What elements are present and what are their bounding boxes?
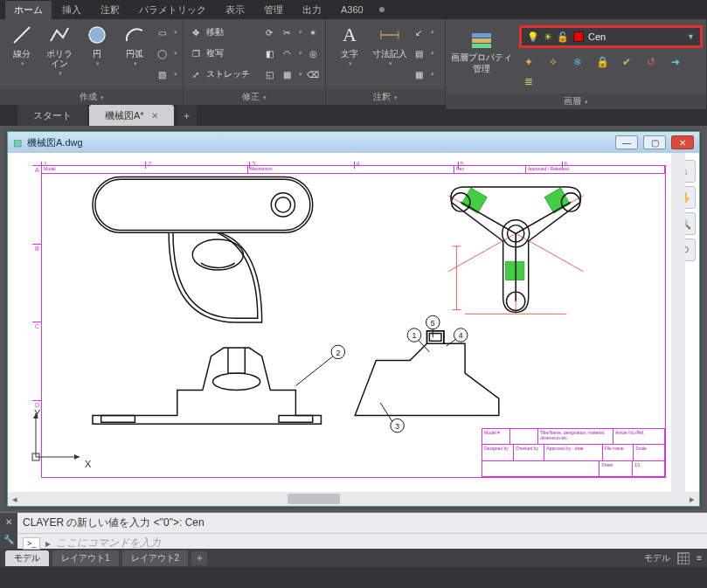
drawing-window-titlebar[interactable]: ▧ 機械図A.dwg — ▢ ✕ (8, 132, 699, 153)
menu-overflow-icon[interactable] (379, 7, 385, 12)
text-icon: A (337, 23, 362, 47)
menu-tab-parametric[interactable]: パラメトリック (130, 1, 215, 19)
layer-isolate-button[interactable]: ✧ (545, 54, 561, 70)
status-model-label[interactable]: モデル (644, 552, 670, 564)
menu-tab-view[interactable]: 表示 (217, 1, 253, 19)
stretch-label: ストレッチ (206, 68, 250, 80)
offset-button[interactable]: ◎ (306, 44, 320, 63)
line-button[interactable]: 線分 (5, 23, 39, 67)
array-icon: ▦ (280, 67, 294, 81)
status-grid-icon[interactable] (677, 552, 690, 564)
layer-freeze-icon: ☀ (544, 31, 552, 43)
window-maximize-button[interactable]: ▢ (643, 135, 666, 149)
rectangle-icon: ▭ (155, 25, 169, 39)
leader-button[interactable]: ↙ (412, 23, 434, 42)
canvas-viewport: Model Mechanism Rev Approved / Released … (8, 153, 699, 492)
layer-on-icon: 💡 (527, 31, 539, 43)
cmdline-close-icon[interactable]: ✕ (5, 517, 12, 527)
copy-button[interactable]: ❐複写 (189, 44, 259, 63)
doc-tab-add[interactable]: ＋ (177, 105, 197, 126)
layer-freeze-button[interactable]: ❄ (570, 54, 586, 70)
close-icon[interactable]: ✕ (151, 111, 158, 121)
text-button[interactable]: A 文字 (331, 23, 368, 67)
drawing-window: ▧ 機械図A.dwg — ▢ ✕ Model Mechanism Rev App… (7, 131, 700, 507)
dimension-button[interactable]: 寸法記入 (371, 23, 408, 67)
status-menu-icon[interactable]: ≡ (697, 553, 702, 563)
copy-label: 複写 (206, 47, 224, 59)
dimension-label: 寸法記入 (372, 49, 407, 59)
command-history: CLAYER の新しい値を入力 <"0">: Cen (17, 513, 707, 533)
move-button[interactable]: ✥移動 (189, 23, 259, 42)
tick-v-a: A (35, 167, 39, 173)
tick-h-3: 3 (252, 161, 255, 167)
drawing-window-title: 機械図A.dwg (27, 136, 83, 149)
fillet-button[interactable]: ◠ (280, 44, 302, 63)
command-input[interactable]: ここにコマンドを入力 (56, 536, 161, 550)
copy-icon: ❐ (189, 46, 203, 60)
menu-tab-home[interactable]: ホーム (5, 1, 52, 19)
explode-button[interactable]: ✴ (306, 23, 320, 42)
layout-tab-1[interactable]: レイアウト1 (52, 550, 119, 566)
horizontal-scrollbar[interactable]: ◂ ▸ (8, 492, 699, 506)
layout-tab-2[interactable]: レイアウト2 (122, 550, 189, 566)
layer-prev-button[interactable]: ↺ (643, 54, 659, 70)
dimension-icon (378, 23, 402, 47)
window-close-button[interactable]: ✕ (671, 135, 694, 149)
panel-layers-label[interactable]: 画層 (446, 93, 706, 109)
mirror-button[interactable]: ◧ (262, 44, 276, 63)
layer-lock-button[interactable]: 🔒 (594, 54, 610, 70)
move-icon: ✥ (189, 25, 203, 39)
layer-state-button[interactable]: ≣ (521, 73, 537, 89)
panel-modify-label[interactable]: 修正 (184, 89, 325, 105)
layer-match-button[interactable]: ✔ (619, 54, 634, 70)
layout-tab-model[interactable]: モデル (5, 550, 49, 566)
trim-button[interactable]: ✂ (280, 23, 302, 42)
polyline-button[interactable]: ポリライン (43, 23, 77, 77)
arc-icon (122, 23, 147, 47)
menu-tab-manage[interactable]: 管理 (255, 1, 292, 19)
ellipse-button[interactable]: ◯ (155, 44, 177, 63)
circle-label: 円 (93, 49, 101, 59)
circle-icon (85, 23, 109, 47)
hatch-button[interactable]: ▧ (155, 65, 177, 84)
doc-tab-start[interactable]: スタート (17, 105, 87, 126)
layer-walk-button[interactable]: ➜ (668, 54, 683, 70)
vertical-scrollbar[interactable] (671, 153, 685, 492)
drawing-canvas[interactable]: Model Mechanism Rev Approved / Released … (22, 162, 671, 483)
scale-button[interactable]: ◱ (262, 65, 276, 84)
arc-button[interactable]: 円弧 (117, 23, 151, 67)
tb-r2c2: Checked by (514, 445, 545, 460)
ruler-top: 1 2 3 4 5 6 (41, 162, 666, 169)
doc-tab-active[interactable]: 機械図A* ✕ (89, 105, 174, 126)
command-input-row[interactable]: >_ ▸ ここにコマンドを入力 (17, 533, 707, 552)
menu-tab-insert[interactable]: 挿入 (53, 1, 90, 19)
scroll-thumb[interactable] (288, 494, 340, 504)
menu-tab-annotate[interactable]: 注釈 (92, 1, 128, 19)
rotate-button[interactable]: ⟳ (262, 23, 276, 42)
window-minimize-button[interactable]: — (615, 135, 638, 149)
erase-button[interactable]: ⌫ (306, 65, 320, 84)
table-button[interactable]: ▤ (412, 44, 434, 63)
circle-button[interactable]: 円 (80, 23, 114, 67)
panel-annotation-label[interactable]: 注釈 (326, 89, 445, 105)
array-button[interactable]: ▦ (280, 65, 302, 84)
menu-tab-output[interactable]: 出力 (294, 1, 330, 19)
work-area: ▧ 機械図A.dwg — ▢ ✕ Model Mechanism Rev App… (0, 126, 707, 512)
scroll-right-button[interactable]: ▸ (685, 492, 699, 506)
mtext-button[interactable]: ▦ (412, 65, 434, 84)
panel-create-label[interactable]: 作成 (0, 89, 183, 105)
scroll-left-button[interactable]: ◂ (8, 492, 22, 506)
svg-line-0 (14, 27, 30, 43)
current-layer-dropdown[interactable]: 💡 ☀ 🔓 Cen ▼ (519, 25, 703, 48)
cmdline-config-icon[interactable]: 🔧 (3, 535, 14, 544)
stretch-button[interactable]: ⤢ストレッチ (189, 65, 259, 84)
menu-tab-a360[interactable]: A360 (332, 2, 372, 17)
rectangle-button[interactable]: ▭ (155, 23, 177, 42)
ribbon-menu-tabs: ホーム 挿入 注釈 パラメトリック 表示 管理 出力 A360 (0, 0, 707, 19)
layer-off-button[interactable]: ✦ (521, 54, 537, 70)
layout-tab-add[interactable]: ＋ (191, 551, 207, 565)
layer-properties-button[interactable]: 画層プロパティ 管理 (451, 26, 512, 73)
mirror-icon: ◧ (262, 46, 276, 60)
tick-h-4: 4 (357, 161, 360, 167)
move-label: 移動 (206, 26, 224, 38)
